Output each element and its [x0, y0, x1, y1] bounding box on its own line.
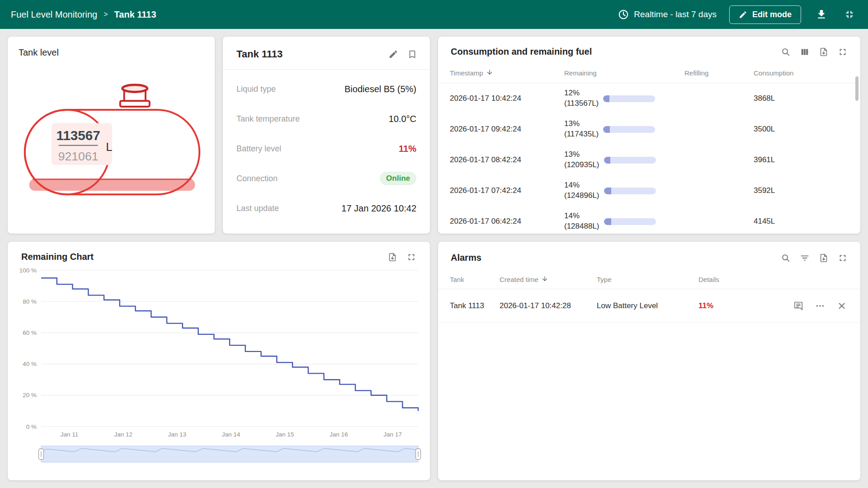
tank-level-title: Tank level: [19, 47, 204, 58]
remaining-chart: 0 %20 %40 %60 %80 %100 %Jan 11Jan 12Jan …: [15, 265, 423, 441]
download-button[interactable]: [814, 7, 829, 22]
file-export-icon: [819, 47, 829, 57]
column-header-details[interactable]: Details: [698, 276, 780, 283]
alarm-row-actions: [780, 301, 860, 311]
consumption-card: Consumption and remaining fuel Timestamp…: [438, 37, 860, 234]
timestamp-cell: 2026-01-17 06:42:24: [450, 217, 564, 226]
alarm-more-button[interactable]: [815, 301, 825, 311]
column-header-consumption[interactable]: Consumption: [754, 69, 860, 77]
fullscreen-button[interactable]: [838, 47, 848, 57]
column-header-type[interactable]: Type: [597, 276, 698, 283]
tank-fuel-level: [29, 179, 195, 191]
fullscreen-button[interactable]: [406, 252, 416, 262]
property-label: Tank temperature: [236, 114, 300, 124]
tank-visualization: 113567 921061 L: [19, 78, 206, 211]
remaining-cell: 13% (117435L): [564, 119, 684, 140]
remaining-bar: [604, 157, 656, 164]
fullscreen-icon: [406, 252, 416, 262]
svg-text:60 %: 60 %: [23, 329, 37, 336]
consumption-cell: 4145L: [754, 217, 860, 226]
remaining-liters: (120935L): [564, 160, 599, 170]
remaining-chart-card: Remaining Chart 0 %20 %40 %60 %80 %100 %…: [8, 242, 430, 480]
column-header-created-time[interactable]: Created time: [500, 275, 597, 284]
property-row-temperature: Tank temperature 10.0°C: [236, 104, 416, 134]
scrollbar-thumb[interactable]: [855, 76, 859, 101]
app-header: Fuel Level Monitoring > Tank 1113 Realti…: [0, 0, 868, 29]
remaining-liters: (124896L): [564, 191, 599, 201]
consumption-cell: 3500L: [754, 125, 860, 134]
tank-cap-flange: [120, 101, 150, 107]
alarms-title: Alarms: [451, 253, 481, 263]
table-row[interactable]: 2026-01-17 08:42:24 13% (120935L) 3961L: [438, 145, 860, 175]
property-label: Liquid type: [236, 84, 276, 94]
table-row[interactable]: 2026-01-17 07:42:24 14% (124896L) 3592L: [438, 175, 860, 206]
remaining-percent: 14%: [564, 180, 599, 191]
table-row[interactable]: 2026-01-17 09:42:24 13% (117435L) 3500L: [438, 114, 860, 145]
export-button[interactable]: [819, 47, 829, 57]
search-button[interactable]: [781, 253, 791, 263]
sort-desc-icon: [541, 275, 548, 284]
remaining-bar-fill: [604, 188, 611, 194]
table-row[interactable]: 2026-01-17 10:42:24 12% (113567L) 3868L: [438, 83, 860, 114]
chart-range-selector[interactable]: [15, 444, 423, 465]
svg-text:Jan 13: Jan 13: [168, 431, 187, 438]
export-button[interactable]: [387, 252, 397, 262]
alarm-created-cell: 2026-01-17 10:42:28: [500, 301, 597, 310]
column-header-refilling[interactable]: Refilling: [684, 69, 754, 77]
export-button[interactable]: [819, 253, 829, 263]
dashboard-grid: Tank level 113567 921061 L Tank 1113: [0, 29, 868, 488]
comment-icon: [793, 301, 803, 311]
battery-level-value: 11%: [399, 144, 416, 154]
columns-button[interactable]: [800, 47, 810, 57]
remaining-bar: [604, 218, 656, 225]
edit-entity-button[interactable]: [388, 49, 398, 59]
remaining-liters: (128488L): [564, 221, 599, 232]
property-label: Last update: [236, 204, 279, 213]
breadcrumb-root-link[interactable]: Fuel Level Monitoring: [11, 9, 97, 20]
svg-text:0 %: 0 %: [26, 423, 37, 430]
property-value: 10.0°C: [389, 114, 416, 124]
column-header-tank[interactable]: Tank: [450, 276, 500, 283]
column-header-timestamp[interactable]: Timestamp: [450, 69, 564, 77]
property-row-liquid-type: Liquid type Biodiesel B5 (5%): [236, 74, 416, 104]
property-value: 17 Jan 2026 10:42: [341, 203, 416, 214]
remaining-bar: [603, 126, 655, 133]
tank-info-title: Tank 1113: [236, 48, 283, 60]
svg-text:100 %: 100 %: [19, 267, 37, 274]
columns-icon: [800, 47, 810, 57]
alarm-details-cell: 11%: [698, 301, 780, 310]
tank-current-volume: 113567: [57, 128, 100, 143]
filter-icon: [800, 253, 810, 263]
svg-text:80 %: 80 %: [23, 298, 37, 305]
fullscreen-icon: [838, 47, 848, 57]
filter-button[interactable]: [800, 253, 810, 263]
sort-desc-icon: [486, 69, 493, 77]
table-row[interactable]: 2026-01-17 06:42:24 14% (128488L) 4145L: [438, 206, 860, 234]
connection-status-badge: Online: [380, 172, 416, 185]
svg-text:20 %: 20 %: [23, 392, 37, 399]
consumption-cell: 3868L: [754, 94, 860, 103]
clock-icon: [618, 9, 629, 20]
remaining-cell: 13% (120935L): [564, 150, 684, 170]
fullscreen-button[interactable]: [838, 253, 848, 263]
remaining-liters: (117435L): [564, 129, 599, 140]
collapse-button[interactable]: [842, 7, 857, 22]
timestamp-cell: 2026-01-17 07:42:24: [450, 186, 564, 195]
remaining-bar-fill: [604, 218, 611, 225]
consumption-table-header: Timestamp Remaining Refilling Consumptio…: [438, 63, 860, 83]
column-header-remaining[interactable]: Remaining: [564, 69, 684, 77]
alarm-dismiss-button[interactable]: [837, 301, 847, 311]
edit-mode-button[interactable]: Edit mode: [729, 5, 801, 24]
bookmark-button[interactable]: [407, 49, 417, 59]
tank-total-capacity: 921061: [58, 150, 99, 163]
alarm-comment-button[interactable]: [793, 301, 803, 311]
search-button[interactable]: [781, 47, 791, 57]
remaining-liters: (113567L): [564, 99, 599, 109]
timestamp-cell: 2026-01-17 08:42:24: [450, 155, 564, 164]
alarm-row[interactable]: Tank 1113 2026-01-17 10:42:28 Low Batter…: [438, 289, 860, 323]
tank-unit: L: [106, 141, 112, 153]
property-row-last-update: Last update 17 Jan 2026 10:42: [236, 193, 416, 223]
tank-level-card: Tank level 113567 921061 L: [8, 37, 215, 234]
edit-mode-label: Edit mode: [752, 10, 792, 19]
timewindow-button[interactable]: Realtime - last 7 days: [618, 9, 717, 20]
